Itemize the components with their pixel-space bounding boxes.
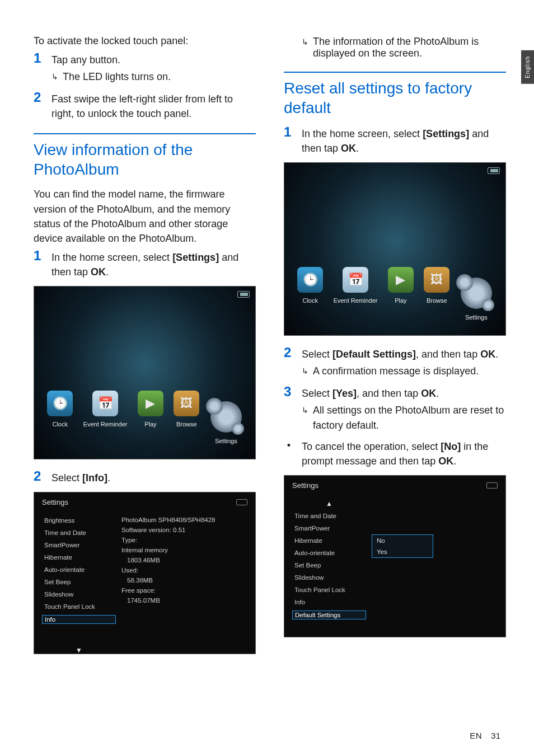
reset-step1-num: 1 xyxy=(284,125,294,139)
reset-step2-ok: OK xyxy=(480,349,495,360)
menu-hibernate: Hibernate xyxy=(42,553,116,561)
confirm-options: No Yes xyxy=(372,534,433,558)
step1-text: Tap any button. xyxy=(51,54,120,65)
screenshot-home-2: 🕒 Clock 📅 Event Reminder ▶ Play 🖼 Browse xyxy=(284,162,506,336)
step2-text: Fast swipe the left-right slider from le… xyxy=(51,93,233,119)
language-side-tab: English xyxy=(521,50,534,84)
info-panel-detail: PhotoAlbum SPH8408/SPH8428 Software vers… xyxy=(118,512,255,653)
home-item-clock: 🕒 Clock xyxy=(47,391,73,428)
menu2-hibernate: Hibernate xyxy=(292,537,366,544)
menu2-info: Info xyxy=(292,598,366,606)
right-column: ↳ The information of the PhotoAlbum is d… xyxy=(284,34,506,664)
home-label-browse-2: Browse xyxy=(424,297,449,304)
reset-cancel-pre: To cancel the operation, select xyxy=(302,441,441,452)
home-item-event: 📅 Event Reminder xyxy=(83,391,128,428)
home-item-event: 📅 Event Reminder xyxy=(334,267,378,304)
detail-sw-version: Software version: 0.51 xyxy=(121,527,252,533)
home-item-play: ▶ Play xyxy=(138,391,163,428)
footer-lang: EN xyxy=(470,731,482,740)
reset-step3-ok: OK xyxy=(421,388,436,399)
option-yes: Yes xyxy=(372,546,433,557)
reset-step3-pre: Select xyxy=(302,388,332,399)
menu2-auto-orientate: Auto-orientate xyxy=(292,549,366,557)
home-item-clock: 🕒 Clock xyxy=(297,267,323,304)
home-label-play: Play xyxy=(138,421,163,428)
home-label-event-2: Event Reminder xyxy=(334,297,378,304)
viewinfo-step2-num: 2 xyxy=(34,469,44,483)
footer-page-number: 31 xyxy=(491,731,500,740)
home-label-browse: Browse xyxy=(174,421,199,428)
result-arrow-icon: ↳ xyxy=(302,405,308,432)
reset-step3-sub: All settings on the PhotoAlbum are reset… xyxy=(313,403,506,432)
result-arrow-icon: ↳ xyxy=(51,71,58,84)
menu-brightness: Brightness xyxy=(42,516,116,524)
home-label-clock: Clock xyxy=(47,421,73,428)
clock-icon: 🕒 xyxy=(47,391,73,416)
clock-icon: 🕒 xyxy=(297,267,323,293)
menu2-time-date: Time and Date xyxy=(292,512,366,520)
gear-icon xyxy=(460,277,493,309)
bullet-dot: • xyxy=(284,439,294,468)
reset-cancel-ok: OK xyxy=(438,456,453,467)
detail-model: PhotoAlbum SPH8408/SPH8428 xyxy=(121,516,252,523)
viewinfo-step1-ok: OK xyxy=(91,266,106,278)
detail-type-label: Type: xyxy=(121,537,252,543)
home-item-play: ▶ Play xyxy=(388,267,414,304)
reset-step1-end: . xyxy=(356,143,359,154)
reset-step3-post: , and then tap xyxy=(357,388,421,399)
home-label-play-2: Play xyxy=(388,297,414,304)
info-panel-menu: Brightness Time and Date SmartPower Hibe… xyxy=(40,512,118,653)
home-label-settings-2: Settings xyxy=(460,314,493,321)
step1-result: The LED lights turns on. xyxy=(63,69,171,84)
reset-step2-pre: Select xyxy=(302,349,332,360)
defaults-panel-menu: ▲ Time and Date SmartPower Hibernate Aut… xyxy=(290,495,368,636)
intro-line: To activate the locked touch panel: xyxy=(34,34,256,48)
home-item-settings: Settings xyxy=(210,401,242,444)
home-label-event: Event Reminder xyxy=(83,421,128,428)
home-label-settings: Settings xyxy=(210,438,242,444)
menu-auto-orientate: Auto-orientate xyxy=(42,566,116,574)
step-number-1: 1 xyxy=(34,51,44,65)
detail-used-value: 58.38MB xyxy=(121,577,252,584)
reset-step1-bold: [Settings] xyxy=(423,128,469,139)
home-item-settings: Settings xyxy=(460,277,493,321)
section-view-info-para: You can find the model name, the firmwar… xyxy=(34,187,256,245)
reset-step3-num: 3 xyxy=(284,385,294,398)
detail-free-value: 1745.07MB xyxy=(121,597,252,604)
menu2-set-beep: Set Beep xyxy=(292,561,366,569)
battery-icon xyxy=(237,291,250,298)
result-arrow-icon: ↳ xyxy=(302,37,308,59)
home-item-browse: 🖼 Browse xyxy=(424,267,449,304)
viewinfo-step1-end: . xyxy=(106,266,109,278)
play-icon: ▶ xyxy=(138,391,163,416)
detail-total-size: 1803.46MB xyxy=(121,557,252,564)
page-footer: EN 31 xyxy=(470,731,500,740)
viewinfo-result: The information of the PhotoAlbum is dis… xyxy=(313,36,506,59)
reset-step2-sub: A confirmation message is displayed. xyxy=(313,364,479,378)
home-item-browse: 🖼 Browse xyxy=(174,391,199,428)
menu-slideshow: Slideshow xyxy=(42,590,116,598)
panel-title-text: Settings xyxy=(42,498,68,506)
reset-step3-bold: [Yes] xyxy=(332,388,357,399)
viewinfo-step1-bold: [Settings] xyxy=(172,252,219,263)
reset-step2-num: 2 xyxy=(284,346,294,359)
viewinfo-step2-bold: [Info] xyxy=(82,472,107,483)
menu-smartpower: SmartPower xyxy=(42,541,116,549)
detail-free-label: Free space: xyxy=(121,587,252,594)
gear-icon xyxy=(210,401,242,433)
section-reset-title: Reset all settings to factory default xyxy=(284,72,506,118)
panel-title-text-2: Settings xyxy=(292,481,318,490)
reset-cancel-end: . xyxy=(453,456,456,467)
menu2-default-settings-selected: Default Settings xyxy=(292,611,366,619)
battery-small-icon xyxy=(486,482,498,489)
menu-time-date: Time and Date xyxy=(42,529,116,537)
browse-icon: 🖼 xyxy=(174,391,199,416)
screenshot-info-panel: Settings Brightness Time and Date SmartP… xyxy=(34,492,256,654)
reset-step3-end: . xyxy=(436,388,439,399)
scroll-down-icon: ▼ xyxy=(73,646,85,654)
menu2-smartpower: SmartPower xyxy=(292,524,366,532)
reset-step2-bold: [Default Settings] xyxy=(332,349,416,360)
step-number-2: 2 xyxy=(34,91,44,104)
section-view-info-title: View information of the PhotoAlbum xyxy=(34,133,256,179)
reset-step1-pre: In the home screen, select xyxy=(302,128,423,139)
